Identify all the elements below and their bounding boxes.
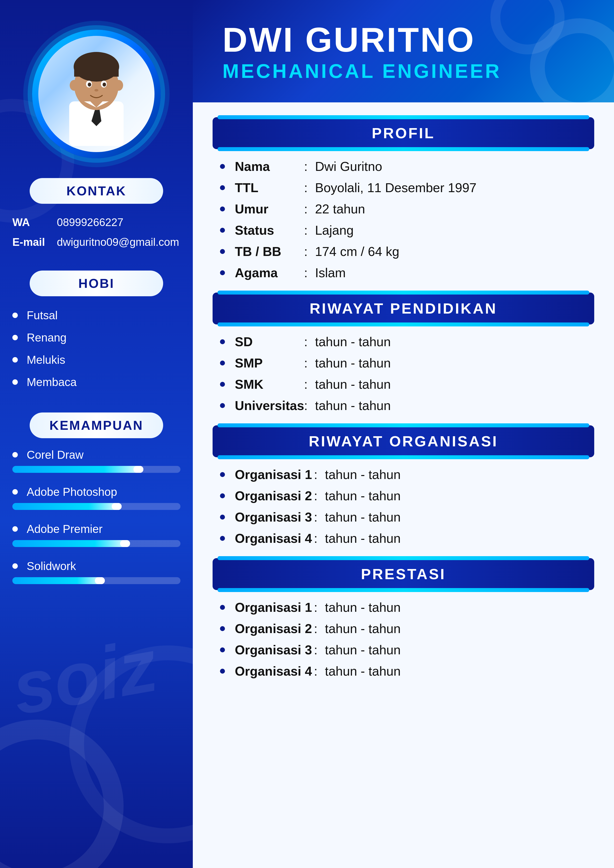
value: Islam: [315, 266, 346, 280]
wa-label: WA: [12, 216, 52, 228]
pendidikan-smk: SMK : tahun - tahun: [220, 377, 587, 392]
skill-name: Adobe Premier: [12, 522, 180, 536]
bullet: [220, 270, 225, 275]
skill-solidwork: Solidwork: [12, 559, 180, 584]
hobi-item-1: Renang: [12, 331, 180, 344]
pendidikan-univ: Universitas : tahun - tahun: [220, 398, 587, 413]
label: Organisasi 3: [235, 510, 314, 525]
colon: :: [304, 398, 307, 413]
skill-bar-fill: [12, 577, 105, 584]
value: tahun - tahun: [315, 377, 391, 392]
pendidikan-sd: SD : tahun - tahun: [220, 334, 587, 349]
colon: :: [304, 180, 307, 195]
skill-name: Corel Draw: [12, 448, 180, 461]
profil-label: PROFIL: [372, 125, 435, 141]
job-title: MECHANICAL ENGINEER: [222, 60, 589, 82]
profil-content: Nama : Dwi Guritno TTL : Boyolali, 11 De…: [212, 159, 594, 280]
bullet: [220, 185, 225, 190]
skill-label: Adobe Premier: [27, 522, 102, 536]
svg-rect-5: [74, 67, 119, 77]
label: Organisasi 2: [235, 488, 314, 503]
svg-point-8: [88, 82, 91, 87]
hobi-item-label: Renang: [27, 331, 67, 344]
pendidikan-header: RIWAYAT PENDIDIKAN: [212, 293, 594, 325]
profil-ttl: TTL : Boyolali, 11 Desember 1997: [220, 180, 587, 195]
kontak-pill: KONTAK: [29, 178, 163, 204]
value: tahun - tahun: [325, 531, 400, 546]
bullet-dot: [12, 379, 18, 385]
label: Organisasi 1: [235, 600, 314, 615]
label: SMP: [235, 356, 304, 370]
pendidikan-label: RIWAYAT PENDIDIKAN: [310, 300, 497, 317]
value: tahun - tahun: [325, 664, 400, 679]
skill-bar-fill: [12, 466, 143, 473]
skill-bar-fill: [12, 540, 130, 547]
hobi-section: HOBI Futsal Renang Melukis Membaca: [0, 270, 193, 398]
kontak-label: KONTAK: [67, 184, 127, 198]
org-1: Organisasi 1 : tahun - tahun: [220, 467, 587, 482]
profil-umur: Umur : 22 tahun: [220, 202, 587, 216]
label: Agama: [235, 266, 304, 280]
colon: :: [314, 531, 317, 546]
main-content: DWI GURITNO MECHANICAL ENGINEER PROFIL N…: [193, 0, 614, 868]
svg-point-12: [114, 80, 123, 91]
svg-point-10: [95, 89, 98, 92]
profil-status: Status : Lajang: [220, 223, 587, 238]
bullet: [220, 360, 225, 365]
header-area: DWI GURITNO MECHANICAL ENGINEER: [193, 0, 614, 102]
label: Umur: [235, 202, 304, 216]
label: Organisasi 3: [235, 643, 314, 657]
value: tahun - tahun: [325, 510, 400, 525]
colon: :: [314, 467, 317, 482]
pendidikan-content: SD : tahun - tahun SMP : tahun - tahun S…: [212, 334, 594, 413]
label: Nama: [235, 159, 304, 174]
hobi-list: Futsal Renang Melukis Membaca: [12, 309, 180, 398]
prestasi-header: PRESTASI: [212, 558, 594, 590]
colon: :: [304, 266, 307, 280]
bullet: [220, 536, 225, 541]
value: tahun - tahun: [315, 398, 391, 413]
label: Organisasi 1: [235, 467, 314, 482]
skill-bar-bg: [12, 466, 180, 473]
skill-label: Corel Draw: [27, 448, 84, 461]
skill-corel: Corel Draw: [12, 448, 180, 473]
bullet-dot: [12, 563, 18, 569]
colon: :: [314, 600, 317, 615]
bullet-dot: [12, 452, 18, 458]
organisasi-content: Organisasi 1 : tahun - tahun Organisasi …: [212, 467, 594, 546]
hobi-item-label: Futsal: [27, 309, 57, 322]
colon: :: [304, 223, 307, 238]
colon: :: [314, 488, 317, 503]
value: tahun - tahun: [325, 643, 400, 657]
kemampuan-pill: KEMAMPUAN: [29, 413, 163, 438]
sidebar: soiz: [0, 0, 193, 868]
label: Organisasi 4: [235, 664, 314, 679]
value: 174 cm / 64 kg: [315, 244, 399, 259]
value: tahun - tahun: [315, 356, 391, 370]
hobi-item-label: Membaca: [27, 376, 77, 389]
bullet: [220, 249, 225, 254]
bullet: [220, 164, 225, 169]
bullet: [220, 382, 225, 387]
bullet-dot: [12, 312, 18, 318]
prest-4: Organisasi 4 : tahun - tahun: [220, 664, 587, 679]
label: SD: [235, 334, 304, 349]
value: tahun - tahun: [325, 621, 400, 636]
bullet: [220, 403, 225, 408]
wa-value: 08999266227: [57, 216, 123, 228]
hobi-label: HOBI: [78, 276, 115, 290]
organisasi-label: RIWAYAT ORGANISASI: [309, 433, 498, 450]
bullet: [220, 228, 225, 233]
colon: :: [304, 159, 307, 174]
pendidikan-smp: SMP : tahun - tahun: [220, 356, 587, 370]
value: tahun - tahun: [325, 467, 400, 482]
email-label: E-mail: [12, 236, 52, 248]
value: tahun - tahun: [325, 488, 400, 503]
value: Dwi Guritno: [315, 159, 382, 174]
prest-1: Organisasi 1 : tahun - tahun: [220, 600, 587, 615]
label: TB / BB: [235, 244, 304, 259]
contact-email: E-mail dwiguritno09@gmail.com: [12, 236, 180, 248]
colon: :: [304, 334, 307, 349]
skill-label: Adobe Photoshop: [27, 485, 117, 498]
profil-agama: Agama : Islam: [220, 266, 587, 280]
